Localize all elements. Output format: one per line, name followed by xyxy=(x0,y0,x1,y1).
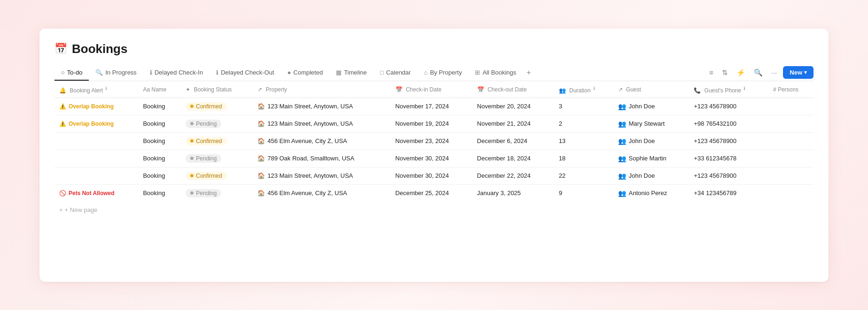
guest-col-icon: ↗ xyxy=(618,86,623,93)
status-pending: Pending xyxy=(186,120,221,128)
cell-property: 🏠 123 Main Street, Anytown, USA xyxy=(253,167,390,184)
col-header-persons: # Persons xyxy=(768,81,814,98)
cell-status: Pending xyxy=(181,184,253,202)
alert-pets: 🚫Pets Not Allowed xyxy=(59,190,133,197)
col-header-name: Aa Name xyxy=(138,81,181,98)
col-header-property: ↗ Property xyxy=(253,81,390,98)
property-address: 456 Elm Avenue, City Z, USA xyxy=(267,189,347,197)
col-header-status: ✦ Booking Status xyxy=(181,81,253,98)
cell-checkin: December 25, 2024 xyxy=(391,184,473,202)
house-icon: 🏠 xyxy=(257,155,265,162)
house-icon: 🏠 xyxy=(257,189,265,197)
add-tab-button[interactable]: + xyxy=(523,65,535,81)
cell-phone: +123 45678900 xyxy=(689,167,768,184)
cell-name: Booking xyxy=(138,115,181,132)
col-header-duration: 👥 Duration ℹ xyxy=(554,81,613,98)
col-header-checkout: 📅 Check-out Date xyxy=(473,81,554,98)
cell-name: Booking xyxy=(138,98,181,115)
cell-property: 🏠 789 Oak Road, Smalltown, USA xyxy=(253,150,390,167)
tab-all-bookings[interactable]: ⊞ All Bookings xyxy=(468,65,523,81)
tab-by-property[interactable]: ⌂ By Property xyxy=(418,65,469,81)
tab-delayed-checkin[interactable]: ℹ Delayed Check-In xyxy=(143,65,209,81)
status-confirmed: Confirmed xyxy=(186,137,226,145)
timeline-icon: ▦ xyxy=(336,69,341,76)
tab-todo[interactable]: ○ To-do xyxy=(54,65,89,81)
toolbar-right: ≡ ⇅ ⚡ 🔍 ··· New ▾ xyxy=(707,66,814,79)
lightning-icon[interactable]: ⚡ xyxy=(734,67,748,79)
cell-name: Booking xyxy=(138,167,181,184)
cell-property: 🏠 123 Main Street, Anytown, USA xyxy=(253,98,390,115)
tab-delayed-checkout[interactable]: ℹ Delayed Check-Out xyxy=(209,65,280,81)
house-icon: 🏠 xyxy=(257,137,265,144)
checkout-col-icon: 📅 xyxy=(477,86,484,93)
no-pets-icon: 🚫 xyxy=(59,190,66,197)
cell-persons xyxy=(768,184,814,202)
warning-icon: ⚠️ xyxy=(59,103,66,110)
tab-calendar[interactable]: □ Calendar xyxy=(373,65,418,81)
cell-name: Booking xyxy=(138,184,181,202)
cell-persons xyxy=(768,167,814,184)
col-header-alert: 🔔 Booking Alert ℹ xyxy=(54,81,138,98)
cell-guest: 👥 John Doe xyxy=(613,167,690,184)
sort-icon[interactable]: ⇅ xyxy=(720,67,730,79)
table-row: Booking Pending 🏠 789 Oak Road, Smalltow… xyxy=(54,150,814,167)
cell-persons xyxy=(768,115,814,132)
cell-checkin: November 30, 2024 xyxy=(391,167,473,184)
cell-alert xyxy=(54,150,138,167)
cell-phone: +123 45678900 xyxy=(689,132,768,150)
property-address: 456 Elm Avenue, City Z, USA xyxy=(267,137,347,144)
house-icon: 🏠 xyxy=(257,120,265,127)
cell-name: Booking xyxy=(138,132,181,150)
search-icon[interactable]: 🔍 xyxy=(752,67,765,79)
status-confirmed: Confirmed xyxy=(186,172,226,180)
new-page-button[interactable]: + + New page xyxy=(54,202,814,218)
tab-timeline[interactable]: ▦ Timeline xyxy=(329,65,373,81)
cell-alert: ⚠️Overlap Booking xyxy=(54,98,138,115)
new-button[interactable]: New ▾ xyxy=(783,66,814,79)
filter-icon[interactable]: ≡ xyxy=(707,67,716,78)
guest-avatar-icon: 👥 xyxy=(618,189,626,197)
new-button-chevron: ▾ xyxy=(804,69,807,76)
main-card: 📅 Bookings ○ To-do 🔍 In Progress ℹ Delay… xyxy=(39,29,829,282)
property-col-icon: ↗ xyxy=(257,86,262,93)
cell-phone: +98 765432100 xyxy=(689,115,768,132)
warning-icon: ⚠️ xyxy=(59,121,66,127)
house-icon: 🏠 xyxy=(257,103,265,110)
cell-status: Pending xyxy=(181,150,253,167)
new-page-icon: + xyxy=(59,206,63,213)
cell-checkin: November 17, 2024 xyxy=(391,98,473,115)
more-icon[interactable]: ··· xyxy=(769,67,780,78)
completed-icon: ● xyxy=(287,69,291,76)
cell-alert: ⚠️Overlap Booking xyxy=(54,115,138,132)
table-row: ⚠️Overlap Booking Booking Pending 🏠 123 … xyxy=(54,115,814,132)
cell-guest: 👥 John Doe xyxy=(613,132,690,150)
property-address: 123 Main Street, Anytown, USA xyxy=(267,120,353,127)
alert-overlap: ⚠️Overlap Booking xyxy=(59,103,133,110)
cell-checkin: November 19, 2024 xyxy=(391,115,473,132)
table-row: Booking Confirmed 🏠 123 Main Street, Any… xyxy=(54,167,814,184)
delayed-checkin-icon: ℹ xyxy=(150,69,152,76)
status-col-icon: ✦ xyxy=(186,86,190,93)
cell-alert: 🚫Pets Not Allowed xyxy=(54,184,138,202)
cell-duration: 22 xyxy=(554,167,613,184)
phone-col-icon: 📞 xyxy=(694,87,701,94)
tab-in-progress[interactable]: 🔍 In Progress xyxy=(89,65,143,81)
cell-phone: +33 612345678 xyxy=(689,150,768,167)
cell-status: Pending xyxy=(181,115,253,132)
cell-checkout: November 21, 2024 xyxy=(473,115,554,132)
bookings-table: 🔔 Booking Alert ℹ Aa Name ✦ Booking Stat… xyxy=(54,81,814,202)
tab-completed[interactable]: ● Completed xyxy=(281,65,330,81)
cell-checkin: November 23, 2024 xyxy=(391,132,473,150)
guest-name: Antonio Perez xyxy=(629,189,667,197)
page-title-area: 📅 Bookings xyxy=(54,42,814,56)
cell-status: Confirmed xyxy=(181,167,253,184)
guest-avatar-icon: 👥 xyxy=(618,172,626,180)
guest-name: Sophie Martin xyxy=(629,155,666,162)
guest-avatar-icon: 👥 xyxy=(618,103,626,110)
guest-name: John Doe xyxy=(629,103,655,110)
alert-overlap: ⚠️Overlap Booking xyxy=(59,121,133,127)
guest-avatar-icon: 👥 xyxy=(618,137,626,145)
col-header-checkin: 📅 Check-in Date xyxy=(391,81,473,98)
cell-checkout: January 3, 2025 xyxy=(473,184,554,202)
alert-col-icon: 🔔 xyxy=(59,87,66,94)
